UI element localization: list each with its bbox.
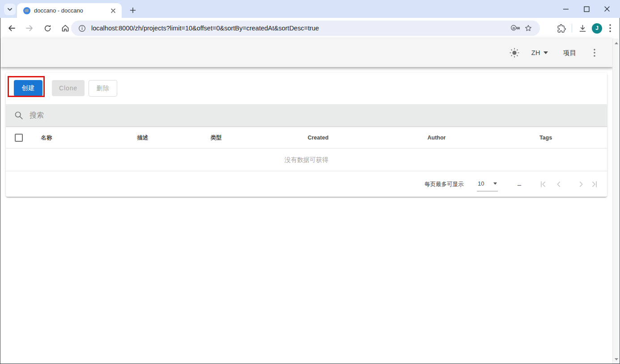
prev-page-button <box>554 179 564 189</box>
tab-search-button[interactable] <box>4 4 16 15</box>
doccano-favicon-icon <box>23 7 30 14</box>
delete-button: 删除 <box>89 80 117 97</box>
rows-per-page-label: 每页最多可显示 <box>425 172 464 197</box>
browser-window: doccano - doccano <box>0 0 620 364</box>
rows-per-page-value: 10 <box>478 180 484 187</box>
scroll-up-icon[interactable] <box>613 39 620 47</box>
brightness-sun-icon <box>509 47 520 58</box>
window-controls <box>556 0 617 18</box>
address-bar[interactable]: localhost:8000/zh/projects?limit=10&offs… <box>71 21 540 36</box>
chevron-right-icon <box>576 179 586 189</box>
tab-strip: doccano - doccano <box>0 0 620 18</box>
home-button[interactable] <box>58 21 73 36</box>
minimize-icon <box>563 6 569 12</box>
table-footer: 每页最多可显示 10 – <box>6 172 607 197</box>
page-range-text: – <box>514 172 525 197</box>
nav-projects-label: 项目 <box>563 49 576 57</box>
header-name[interactable]: 名称 <box>41 127 52 148</box>
reload-button[interactable] <box>40 21 55 36</box>
tab-title: doccano - doccano <box>34 7 109 14</box>
header-type[interactable]: 类型 <box>211 127 222 148</box>
page-info-icon[interactable] <box>78 25 86 32</box>
projects-card: 创建 Clone 删除 名称 描述 类型 Created Author Tags… <box>6 73 607 197</box>
last-page-button <box>590 179 599 189</box>
select-all-checkbox[interactable] <box>15 134 23 142</box>
back-arrow-icon <box>7 24 16 33</box>
rows-per-page-select[interactable]: 10 <box>477 177 498 191</box>
app-menu-button[interactable] <box>587 44 602 62</box>
page-scrollbar[interactable] <box>612 38 619 364</box>
search-icon <box>14 110 24 120</box>
close-icon <box>604 6 610 12</box>
search-bar[interactable] <box>6 104 607 127</box>
clone-button: Clone <box>52 80 85 96</box>
table-header-row: 名称 描述 类型 Created Author Tags <box>6 127 607 148</box>
language-selector[interactable]: ZH <box>527 44 552 62</box>
window-minimize-button[interactable] <box>556 0 576 18</box>
profile-avatar[interactable]: J <box>592 23 602 34</box>
language-label: ZH <box>531 49 540 56</box>
empty-state-row: 没有数据可获得 <box>6 149 607 171</box>
kebab-menu-icon <box>594 49 595 57</box>
back-button[interactable] <box>4 21 19 36</box>
extensions-puzzle-icon <box>557 24 566 33</box>
header-description[interactable]: 描述 <box>137 127 149 148</box>
plus-icon <box>129 7 136 14</box>
first-page-button <box>538 179 548 189</box>
search-input[interactable] <box>30 111 602 119</box>
doccano-page: ZH 项目 创建 Clone 删除 名称 <box>0 38 620 364</box>
header-tags[interactable]: Tags <box>539 127 552 148</box>
page-last-icon <box>590 179 599 189</box>
window-close-button[interactable] <box>597 0 617 18</box>
downloads-button[interactable] <box>575 21 590 35</box>
extensions-button[interactable] <box>554 21 569 35</box>
create-button[interactable]: 创建 <box>14 80 42 96</box>
chevron-left-icon <box>554 179 564 189</box>
scroll-down-icon[interactable] <box>613 356 620 363</box>
download-icon <box>578 24 587 33</box>
empty-state-text: 没有数据可获得 <box>285 156 328 164</box>
theme-toggle-button[interactable] <box>505 44 523 62</box>
key-icon <box>511 23 521 33</box>
star-icon <box>524 24 533 33</box>
password-manager-button[interactable] <box>510 22 522 34</box>
reload-icon <box>43 24 52 33</box>
url-text[interactable]: localhost:8000/zh/projects?limit=10&offs… <box>91 25 510 32</box>
forward-arrow-icon <box>25 24 34 33</box>
dropdown-arrow-icon <box>544 51 548 54</box>
next-page-button <box>576 179 586 189</box>
browser-menu-button[interactable] <box>604 21 616 35</box>
home-icon <box>61 24 70 33</box>
browser-actions: J <box>554 18 616 38</box>
chevron-down-icon <box>7 6 13 13</box>
forward-button[interactable] <box>22 21 37 36</box>
page-first-icon <box>538 179 548 189</box>
kebab-menu-icon <box>609 24 611 32</box>
bookmark-button[interactable] <box>522 22 535 34</box>
tab-close-icon[interactable] <box>109 7 117 15</box>
window-maximize-button[interactable] <box>576 0 597 18</box>
toolbar-divider <box>572 24 572 33</box>
header-created[interactable]: Created <box>308 127 329 148</box>
maximize-icon <box>584 6 590 12</box>
nav-projects-link[interactable]: 项目 <box>556 44 583 62</box>
browser-tab-doccano[interactable]: doccano - doccano <box>17 3 122 18</box>
header-author[interactable]: Author <box>428 127 446 148</box>
new-tab-button[interactable] <box>127 4 139 16</box>
dropdown-arrow-icon <box>493 182 497 185</box>
app-toolbar: ZH 项目 <box>0 38 613 67</box>
browser-toolbar: localhost:8000/zh/projects?limit=10&offs… <box>0 18 620 38</box>
